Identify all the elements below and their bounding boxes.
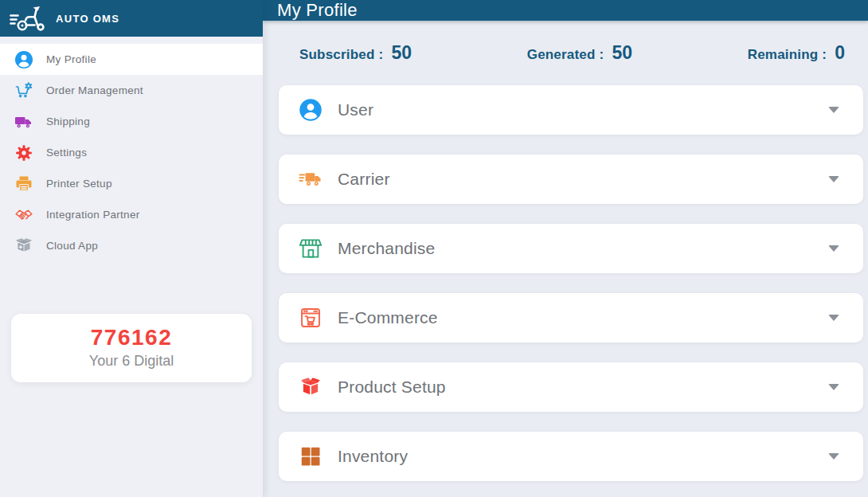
sidebar-item-label: Order Management xyxy=(46,84,143,96)
ecommerce-browser-icon xyxy=(299,306,323,330)
stat-value: 50 xyxy=(391,42,412,64)
section-carrier[interactable]: Carrier xyxy=(279,155,863,204)
delivery-truck-icon xyxy=(299,167,323,191)
digital-code-caption: Your 6 Digital xyxy=(18,353,245,370)
sidebar-item-label: Shipping xyxy=(46,115,90,127)
gear-icon xyxy=(14,143,33,162)
stat-generated: Generated : 50 xyxy=(527,42,632,64)
section-product-setup[interactable]: Product Setup xyxy=(279,362,863,412)
box-plus-icon xyxy=(14,237,33,256)
open-box-icon xyxy=(299,375,323,399)
app-title: AUTO OMS xyxy=(56,13,119,25)
stat-label: Subscribed : xyxy=(299,47,383,63)
user-circle-icon xyxy=(14,50,33,69)
sidebar-item-settings[interactable]: Settings xyxy=(0,137,263,168)
chevron-down-icon[interactable] xyxy=(828,107,839,113)
printer-icon xyxy=(14,174,33,194)
user-circle-icon xyxy=(299,98,323,122)
sidebar-menu: My Profile Order Management Shipping Set… xyxy=(0,44,263,261)
stat-label: Generated : xyxy=(527,47,604,63)
section-inventory[interactable]: Inventory xyxy=(279,432,863,481)
scooter-logo-icon xyxy=(8,3,49,33)
chevron-down-icon[interactable] xyxy=(828,245,839,252)
stat-value: 50 xyxy=(612,42,632,64)
section-user[interactable]: User xyxy=(279,85,863,135)
profile-sections: User Carrier Merchandise E-Commerce Prod… xyxy=(263,64,868,497)
subscription-stats: Subscribed : 50 Generated : 50 Remaining… xyxy=(263,21,868,64)
stat-label: Remaining : xyxy=(748,47,827,63)
page-title: My Profile xyxy=(277,0,358,21)
sidebar-item-label: Printer Setup xyxy=(46,178,112,190)
section-merchandise[interactable]: Merchandise xyxy=(279,224,863,273)
chevron-down-icon[interactable] xyxy=(828,176,839,182)
section-label: Inventory xyxy=(338,447,408,466)
chevron-down-icon[interactable] xyxy=(828,315,839,321)
sidebar: AUTO OMS My Profile Order Management Shi… xyxy=(0,0,263,497)
app-logo: AUTO OMS xyxy=(0,0,263,37)
app-root: AUTO OMS My Profile Order Management Shi… xyxy=(0,0,868,497)
truck-icon xyxy=(14,112,33,131)
stat-subscribed: Subscribed : 50 xyxy=(299,42,412,64)
sidebar-item-my-profile[interactable]: My Profile xyxy=(0,44,263,75)
sidebar-item-order-management[interactable]: Order Management xyxy=(0,75,263,106)
handshake-icon xyxy=(14,205,33,225)
chevron-down-icon[interactable] xyxy=(828,384,839,390)
page-header: My Profile xyxy=(263,0,868,21)
stat-remaining: Remaining : 0 xyxy=(748,42,845,64)
sidebar-item-shipping[interactable]: Shipping xyxy=(0,106,263,137)
section-e-commerce[interactable]: E-Commerce xyxy=(279,293,863,342)
sidebar-item-label: Cloud App xyxy=(46,240,98,252)
storefront-icon xyxy=(299,237,323,260)
grid-icon xyxy=(299,444,323,468)
section-label: E-Commerce xyxy=(338,308,438,327)
section-label: Product Setup xyxy=(338,378,446,397)
section-label: Merchandise xyxy=(338,239,435,258)
stat-value: 0 xyxy=(835,42,845,64)
section-label: Carrier xyxy=(338,170,390,189)
sidebar-item-label: Integration Partner xyxy=(46,209,140,221)
sidebar-item-printer-setup[interactable]: Printer Setup xyxy=(0,168,263,199)
cart-gear-icon xyxy=(14,81,33,100)
sidebar-item-label: Settings xyxy=(46,147,87,158)
section-label: User xyxy=(338,100,373,119)
main-content: My Profile Subscribed : 50 Generated : 5… xyxy=(263,0,868,497)
digital-code: 776162 xyxy=(18,326,245,350)
sidebar-item-label: My Profile xyxy=(46,53,96,65)
sidebar-item-integration-partner[interactable]: Integration Partner xyxy=(0,199,263,230)
digital-code-card: 776162 Your 6 Digital xyxy=(11,314,252,382)
sidebar-item-cloud-app[interactable]: Cloud App xyxy=(0,230,263,261)
chevron-down-icon[interactable] xyxy=(828,453,839,460)
